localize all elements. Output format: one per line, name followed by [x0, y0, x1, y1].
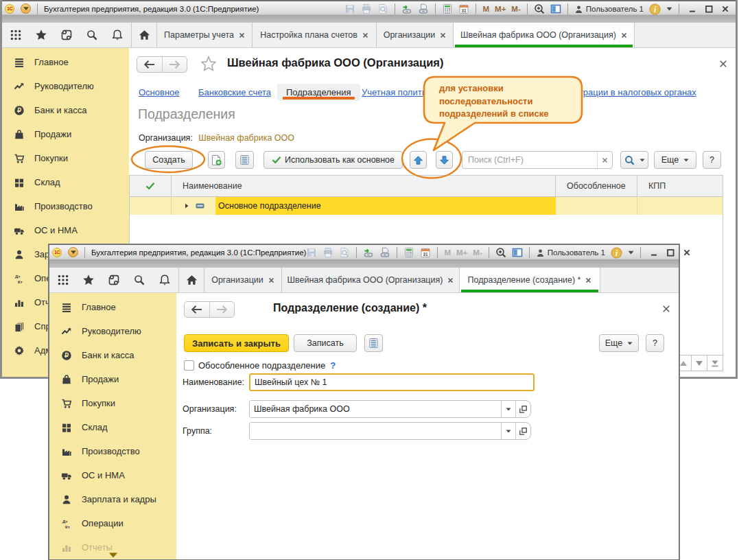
- help-button[interactable]: ?: [646, 334, 664, 352]
- group-input[interactable]: [250, 423, 501, 439]
- save-button[interactable]: Записать: [294, 334, 357, 352]
- tab-3[interactable]: Швейная фабрика ООО (Организация): [454, 23, 634, 47]
- sidebar-item-2[interactable]: ₽ Банк и касса: [49, 343, 176, 367]
- combo-open-button[interactable]: [515, 401, 530, 417]
- menu-grid-button[interactable]: [10, 29, 22, 41]
- combo-dropdown-button[interactable]: [501, 401, 515, 417]
- more-button[interactable]: Еще: [654, 151, 696, 169]
- more-button[interactable]: Еще: [599, 334, 639, 352]
- organization-input[interactable]: [250, 401, 501, 417]
- go-to-link-button[interactable]: [401, 3, 412, 14]
- sidebar-item-1[interactable]: Руководителю: [49, 319, 176, 343]
- sidebar-item-7[interactable]: ОС и НМА: [49, 463, 176, 487]
- favorite-star-icon[interactable]: [200, 56, 217, 71]
- save-and-close-button[interactable]: Записать и закрыть: [184, 334, 289, 352]
- titlebar-caret-button[interactable]: [666, 7, 672, 11]
- org-filter-value[interactable]: Швейная фабрика ООО: [198, 133, 294, 143]
- sidebar-item-3[interactable]: Продажи: [49, 367, 176, 391]
- nav-tab-4[interactable]: Регистрации в налоговых органах: [556, 87, 696, 97]
- tab-close-icon[interactable]: [621, 32, 627, 38]
- show-in-list-button[interactable]: [364, 334, 383, 352]
- forward-button[interactable]: [210, 302, 235, 317]
- window-titlebar[interactable]: 1С Бухгалтерия предприятия, редакция 3.0…: [49, 245, 679, 268]
- sidebar-item-3[interactable]: Продажи: [2, 122, 129, 146]
- table-header-name[interactable]: Наименование: [172, 176, 556, 196]
- memory-m-minus-button[interactable]: M-: [473, 248, 482, 257]
- combo-dropdown-button[interactable]: [501, 423, 515, 439]
- nav-tab-0[interactable]: Основное: [139, 87, 180, 97]
- sidebar-item-0[interactable]: Главное: [2, 50, 129, 74]
- tab-close-icon[interactable]: [362, 32, 368, 38]
- tab-1[interactable]: Настройка плана счетов: [253, 23, 376, 47]
- sidebar-item-6[interactable]: Производство: [49, 439, 176, 463]
- close-window-button[interactable]: [721, 5, 729, 13]
- print-preview-button[interactable]: [377, 3, 388, 14]
- favorites-star-button[interactable]: [82, 274, 95, 286]
- move-down-button[interactable]: [436, 151, 453, 169]
- favorites-star-button[interactable]: [35, 29, 47, 41]
- use-as-main-button[interactable]: Использовать как основное: [263, 151, 403, 169]
- search-input[interactable]: [462, 152, 597, 168]
- history-scroll-button[interactable]: [60, 29, 73, 41]
- service-info-button[interactable]: i: [611, 247, 622, 259]
- nav-tab-3[interactable]: Учетная политика: [362, 87, 436, 97]
- zoom-button[interactable]: [495, 247, 506, 258]
- maximize-button[interactable]: [666, 248, 675, 257]
- tab-close-icon[interactable]: [268, 277, 274, 283]
- go-to-link-button[interactable]: [363, 247, 374, 258]
- memory-m-plus-button[interactable]: M+: [495, 5, 506, 13]
- split-window-button[interactable]: [512, 247, 523, 258]
- calculator-button[interactable]: [403, 247, 414, 258]
- close-form-icon[interactable]: [662, 305, 670, 313]
- sidebar-item-5[interactable]: Склад: [2, 170, 129, 194]
- calendar-button[interactable]: 31: [420, 247, 431, 258]
- show-in-list-button[interactable]: [235, 151, 254, 169]
- system-menu-dropdown-button[interactable]: [21, 3, 31, 14]
- zoom-button[interactable]: [534, 3, 545, 14]
- sidebar-item-9[interactable]: ДтКт Операции: [49, 511, 176, 535]
- tab-close-icon[interactable]: [447, 277, 454, 283]
- tab-close-icon[interactable]: [239, 32, 245, 38]
- tab-1[interactable]: Швейная фабрика ООО (Организация): [282, 268, 459, 292]
- minimize-button[interactable]: [650, 248, 658, 257]
- get-link-button[interactable]: [379, 247, 390, 258]
- back-button[interactable]: [185, 302, 210, 317]
- service-info-button[interactable]: i: [649, 3, 661, 15]
- back-button[interactable]: [137, 57, 163, 72]
- notifications-bell-button[interactable]: [159, 274, 171, 286]
- home-button[interactable]: [179, 268, 204, 292]
- menu-grid-button[interactable]: [57, 274, 69, 286]
- tab-2[interactable]: Подразделение (создание) *: [460, 268, 600, 292]
- history-scroll-button[interactable]: [108, 274, 120, 286]
- clear-search-icon[interactable]: [597, 152, 612, 168]
- scroll-down-button[interactable]: [691, 355, 707, 371]
- sidebar-item-4[interactable]: Покупки: [2, 146, 129, 170]
- sidebar-item-6[interactable]: Производство: [2, 194, 129, 218]
- print-preview-button[interactable]: [339, 247, 350, 258]
- scroll-more-icon[interactable]: [108, 552, 118, 558]
- user-button[interactable]: Пользователь 1: [536, 248, 605, 257]
- save-button[interactable]: [344, 3, 355, 14]
- window-titlebar[interactable]: 1С Бухгалтерия предприятия, редакция 3.0…: [2, 0, 736, 23]
- close-window-button[interactable]: [683, 248, 691, 257]
- get-link-button[interactable]: [418, 3, 429, 14]
- maximize-button[interactable]: [705, 5, 713, 13]
- memory-m-button[interactable]: M: [482, 5, 489, 13]
- forward-button[interactable]: [163, 57, 187, 72]
- notifications-bell-button[interactable]: [111, 29, 124, 41]
- separate-checkbox[interactable]: [184, 360, 194, 371]
- search-button[interactable]: [133, 274, 145, 286]
- search-button[interactable]: [86, 29, 98, 41]
- memory-m-plus-button[interactable]: M+: [456, 248, 467, 257]
- nav-tab-1[interactable]: Банковские счета: [198, 87, 271, 97]
- tab-0[interactable]: Организации: [204, 268, 281, 292]
- combo-open-button[interactable]: [515, 423, 530, 439]
- sidebar-item-2[interactable]: ₽ Банк и касса: [2, 98, 129, 122]
- move-up-button[interactable]: [410, 151, 427, 169]
- save-button[interactable]: [306, 247, 317, 258]
- sidebar-item-4[interactable]: Покупки: [49, 391, 176, 415]
- user-button[interactable]: Пользователь 1: [574, 5, 644, 14]
- tab-2[interactable]: Организации: [377, 23, 453, 47]
- calendar-button[interactable]: 31: [458, 3, 469, 14]
- tab-close-icon[interactable]: [585, 277, 591, 283]
